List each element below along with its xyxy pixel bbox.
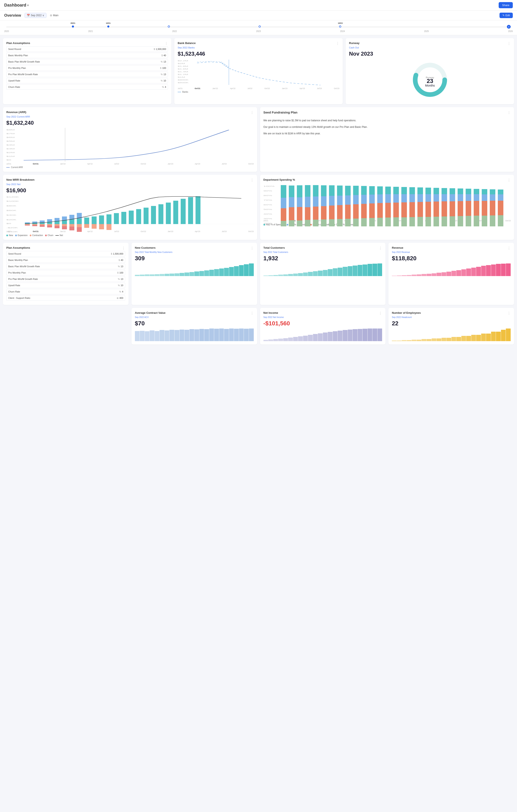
plan2-row-seed[interactable]: Seed Round $ 1,500,000 bbox=[6, 251, 125, 257]
svg-text:$1M: $1M bbox=[6, 155, 15, 157]
timeline-dot-4[interactable] bbox=[258, 26, 261, 28]
svg-rect-183 bbox=[458, 194, 463, 201]
svg-text:50%: 50% bbox=[264, 209, 272, 210]
bank-balance-card: Bank Balance ⋮ Sep 2022 Banks $1,523,446… bbox=[174, 38, 343, 104]
runway-subtitle: Cash Out bbox=[349, 46, 511, 49]
revenue-stat-subtitle: Sep 2022 Revenue bbox=[392, 251, 511, 253]
acv-title: Average Contract Value bbox=[135, 311, 165, 314]
seed-plan-menu[interactable]: ⋮ bbox=[507, 111, 511, 115]
bank-balance-value: $1,523,446 bbox=[178, 51, 339, 57]
view-selector[interactable]: ⊙ Main bbox=[50, 14, 58, 17]
svg-rect-101 bbox=[289, 220, 294, 226]
plan2-row-churn[interactable]: Churn Rate % 4 bbox=[6, 289, 125, 294]
plan-row-basic[interactable]: Basic Monthly Plan $ 40 bbox=[6, 53, 168, 58]
plan2-row-basic[interactable]: Basic Monthly Plan $ 40 bbox=[6, 257, 125, 263]
pa2-pro-label: Pro Monthly Plan bbox=[8, 271, 26, 274]
svg-text:$0: $0 bbox=[6, 223, 11, 225]
svg-text:$3M: $3M bbox=[6, 148, 15, 150]
edit-label: Edit bbox=[506, 14, 510, 17]
employees-menu[interactable]: ⋮ bbox=[507, 311, 511, 315]
plan-row-pro[interactable]: Pro Monthly Plan $ 100 bbox=[6, 65, 168, 71]
dept-spending-menu[interactable]: ⋮ bbox=[507, 178, 511, 182]
new-dot bbox=[6, 235, 8, 236]
year-2022: 2022 bbox=[172, 30, 177, 32]
plan-row-seed[interactable]: Seed Round $ 1,500,000 bbox=[6, 46, 168, 52]
revenue-menu[interactable]: ⋮ bbox=[250, 111, 254, 115]
bank-chart-x-labels: Jul'21Oct'21Jan'22Apr'22Jul'22Oct'22Jan'… bbox=[178, 87, 339, 89]
spacer bbox=[3, 308, 129, 345]
seed-label: Seed Round bbox=[8, 48, 21, 50]
svg-rect-154 bbox=[401, 187, 407, 194]
svg-rect-121 bbox=[329, 219, 334, 226]
svg-rect-203 bbox=[498, 194, 503, 201]
row-4: Plan Assumptions ⋮ Seed Round $ 1,500,00… bbox=[3, 243, 514, 305]
plan-assumptions-2-menu[interactable]: ⋮ bbox=[122, 246, 125, 250]
bank-legend: Banks bbox=[178, 91, 339, 93]
dashboard-title-group[interactable]: Dashboard ∨ bbox=[4, 3, 29, 7]
svg-rect-152 bbox=[393, 203, 399, 217]
timeline-dot-5[interactable]: 10/23 bbox=[339, 26, 341, 28]
total-customers-menu[interactable]: ⋮ bbox=[379, 246, 382, 250]
svg-rect-56 bbox=[196, 196, 200, 224]
svg-rect-132 bbox=[353, 204, 358, 219]
svg-rect-51 bbox=[159, 204, 163, 224]
net-income-menu[interactable]: ⋮ bbox=[379, 311, 382, 315]
svg-rect-153 bbox=[393, 217, 399, 226]
svg-text:100%: 100% bbox=[264, 185, 275, 187]
svg-text:$100K: $100K bbox=[6, 201, 19, 202]
plan-row-churn[interactable]: Churn Rate % 4 bbox=[6, 84, 168, 90]
view-value: Main bbox=[53, 14, 58, 17]
svg-text:$1.4M: $1.4M bbox=[178, 71, 188, 72]
svg-rect-100 bbox=[289, 207, 294, 220]
plan2-row-support[interactable]: Client : Support Ratio ⊞ 400 bbox=[6, 295, 125, 301]
plan-row-basic-growth[interactable]: Basic Plan M/o/M Growth Rate % 13 bbox=[6, 59, 168, 64]
svg-rect-39 bbox=[69, 220, 74, 224]
svg-rect-40 bbox=[77, 219, 82, 224]
mrr-value: $16,900 bbox=[6, 187, 254, 194]
timeline-add-button[interactable]: + bbox=[507, 25, 511, 29]
plan-row-pro-growth[interactable]: Pro Plan M/o/M Growth Rate % 13 bbox=[6, 71, 168, 77]
timeline-dot-2[interactable]: 10/21 bbox=[107, 26, 109, 28]
svg-rect-205 bbox=[498, 215, 503, 226]
revenue-stat-menu[interactable]: ⋮ bbox=[507, 246, 511, 250]
svg-text:$1M: $1M bbox=[178, 77, 185, 78]
svg-rect-157 bbox=[401, 217, 407, 226]
revenue-stat-chart bbox=[392, 263, 511, 276]
svg-rect-58 bbox=[32, 222, 37, 223]
acv-value: $70 bbox=[135, 320, 254, 327]
mrr-title: New MRR Breakdown bbox=[6, 178, 34, 181]
bank-balance-menu[interactable]: ⋮ bbox=[336, 41, 339, 46]
year-2026: 2026 bbox=[508, 30, 513, 32]
plan-assumptions-card: Plan Assumptions ⋮ Seed Round $ 1,500,00… bbox=[3, 38, 171, 104]
revenue-stat-card: Revenue ⋮ Sep 2022 Revenue $118,820 bbox=[388, 243, 514, 305]
date-filter[interactable]: 📅 Sep 2022 ∨ bbox=[24, 13, 47, 18]
contraction-dot bbox=[30, 235, 31, 236]
share-button[interactable]: Share bbox=[499, 2, 513, 8]
svg-text:-$40K: -$40K bbox=[6, 231, 18, 233]
plan-assumptions-menu[interactable]: ⋮ bbox=[165, 41, 168, 46]
timeline-dot-3[interactable] bbox=[168, 26, 170, 28]
svg-text:$7M: $7M bbox=[6, 133, 15, 135]
runway-menu[interactable]: ⋮ bbox=[507, 41, 511, 46]
plan2-row-pro-growth[interactable]: Pro Plan M/o/M Growth Rate % 13 bbox=[6, 276, 125, 282]
plan-row-upsell[interactable]: Upsell Rate % 10 bbox=[6, 78, 168, 83]
new-customers-menu[interactable]: ⋮ bbox=[250, 246, 254, 250]
dept-spending-card: Department Spending % ⋮ 100% 90% 80% 70%… bbox=[260, 175, 514, 240]
edit-button[interactable]: ✎ Edit bbox=[499, 12, 513, 18]
plan2-row-pro[interactable]: Pro Monthly Plan $ 100 bbox=[6, 270, 125, 276]
revenue-header: Revenue (ARR) ⋮ bbox=[6, 111, 254, 115]
svg-rect-59 bbox=[39, 221, 45, 222]
banks-legend-line bbox=[178, 92, 181, 92]
dashboard-chevron-icon[interactable]: ∨ bbox=[27, 4, 29, 7]
timeline-dot-1[interactable]: 05/21 bbox=[72, 26, 74, 28]
row-3: New MRR Breakdown ⋮ Sep 2022 Net $16,900… bbox=[3, 175, 514, 240]
mrr-menu[interactable]: ⋮ bbox=[250, 178, 254, 182]
svg-rect-187 bbox=[466, 194, 471, 201]
svg-rect-135 bbox=[361, 195, 366, 204]
svg-text:80%: 80% bbox=[264, 195, 272, 197]
svg-rect-99 bbox=[289, 197, 294, 207]
plan2-row-upsell[interactable]: Upsell Rate % 10 bbox=[6, 283, 125, 288]
svg-text:$60K: $60K bbox=[6, 210, 17, 211]
acv-menu[interactable]: ⋮ bbox=[250, 311, 254, 315]
plan2-row-basic-growth[interactable]: Basic Plan M/o/M Growth Rate % 13 bbox=[6, 264, 125, 269]
